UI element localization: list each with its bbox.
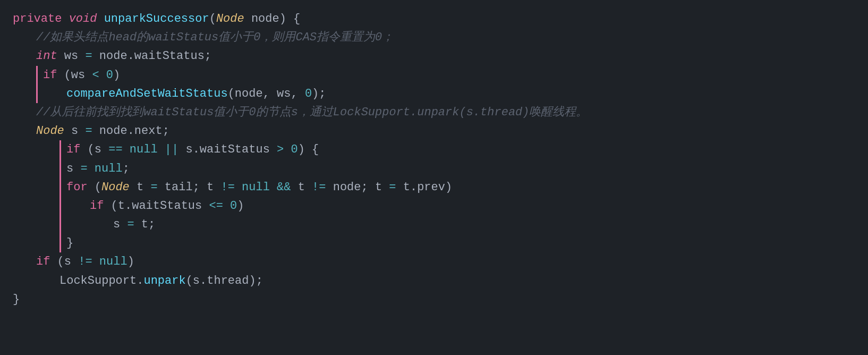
code-line: Node s = node.next; [13, 122, 855, 140]
code-line: if (s != null) [13, 252, 855, 271]
code-line: LockSupport.unpark(s.thread); [13, 272, 855, 290]
code-line: s = null; [13, 159, 855, 178]
code-line: if (t.waitStatus <= 0) [13, 197, 855, 215]
code-line: if (s == null || s.waitStatus > 0) { [13, 140, 855, 159]
code-line: //从后往前找到找到waitStatus值小于0的节点s，通过LockSuppo… [13, 103, 855, 122]
code-line: } [13, 290, 855, 309]
code-line: if (ws < 0) [13, 66, 855, 84]
code-line: for (Node t = tail; t != null && t != no… [13, 178, 855, 197]
code-line: s = t; [13, 215, 855, 234]
code-editor: private void unparkSuccessor(Node node) … [0, 0, 868, 355]
code-line: int ws = node.waitStatus; [13, 47, 855, 65]
code-line: compareAndSetWaitStatus(node, ws, 0); [13, 84, 855, 103]
code-line: //如果头结点head的waitStatus值小于0，则用CAS指令重置为0； [13, 28, 855, 47]
code-line: private void unparkSuccessor(Node node) … [13, 10, 855, 28]
code-line: } [13, 234, 855, 252]
